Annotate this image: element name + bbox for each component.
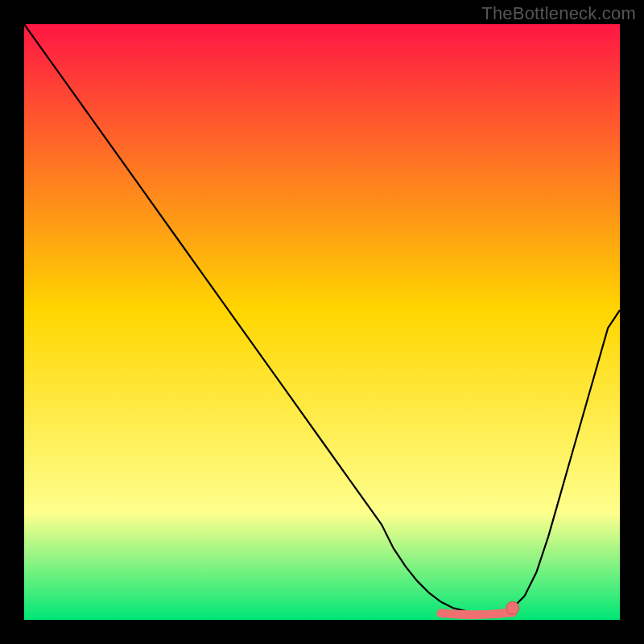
chart-frame: TheBottleneck.com	[0, 0, 644, 644]
optimal-flat-segment	[441, 613, 513, 615]
optimal-point-marker	[506, 601, 519, 614]
watermark-text: TheBottleneck.com	[481, 3, 636, 24]
plot-area	[24, 24, 620, 620]
gradient-background	[24, 24, 620, 620]
bottleneck-curve-chart	[24, 24, 620, 620]
